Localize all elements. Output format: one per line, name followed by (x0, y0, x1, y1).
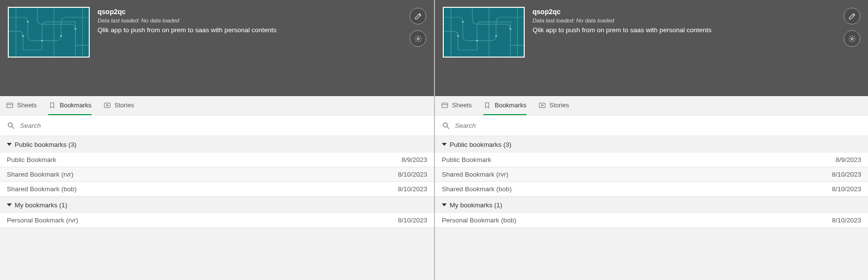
svg-point-0 (27, 21, 29, 23)
tab-stories-label: Stories (115, 101, 134, 109)
bookmark-icon (48, 101, 56, 109)
section-my-title: My bookmarks (1) (450, 201, 502, 209)
bookmark-row[interactable]: Shared Bookmark (bob) 8/10/2023 (0, 182, 434, 197)
bookmark-date: 8/10/2023 (832, 217, 861, 224)
tab-stories[interactable]: Stories (538, 96, 569, 115)
bookmark-name: Shared Bookmark (rvr) (7, 171, 74, 178)
bookmark-name: Public Bookmark (442, 156, 491, 163)
bookmark-name: Public Bookmark (7, 156, 56, 163)
bookmark-date: 8/10/2023 (398, 185, 427, 193)
tab-stories-label: Stories (550, 101, 569, 109)
tabs: Sheets Bookmarks Stories (0, 96, 434, 116)
section-my-bookmarks[interactable]: My bookmarks (1) (435, 197, 868, 213)
gear-icon (414, 35, 422, 43)
app-thumbnail (443, 7, 525, 58)
svg-point-1 (60, 35, 62, 37)
tab-sheets[interactable]: Sheets (441, 96, 472, 115)
bookmark-row[interactable]: Shared Bookmark (rvr) 8/10/2023 (0, 167, 434, 182)
tab-stories[interactable]: Stories (103, 96, 134, 115)
section-my-title: My bookmarks (1) (15, 201, 67, 209)
bookmark-row[interactable]: Personal Bookmark (rvr) 8/10/2023 (0, 213, 434, 228)
bookmark-name: Personal Bookmark (bob) (442, 217, 516, 224)
bookmark-date: 8/10/2023 (832, 185, 861, 193)
tab-bookmarks[interactable]: Bookmarks (48, 96, 91, 115)
caret-down-icon (7, 142, 12, 147)
svg-point-24 (443, 123, 448, 127)
bookmark-row[interactable]: Shared Bookmark (rvr) 8/10/2023 (435, 167, 868, 182)
pane-right: qsop2qc Data last loaded: No data loaded… (434, 0, 868, 280)
section-public-bookmarks[interactable]: Public bookmarks (3) (0, 136, 434, 153)
bookmark-date: 8/10/2023 (398, 217, 427, 224)
app-title: qsop2qc (533, 8, 836, 16)
bookmark-row[interactable]: Public Bookmark 8/9/2023 (0, 153, 434, 167)
svg-point-2 (41, 40, 43, 41)
app-description: Qlik app to push from on prem to saas wi… (533, 26, 836, 34)
data-loaded-status: Data last loaded: No data loaded (533, 18, 836, 23)
header-actions (844, 7, 860, 89)
tab-bookmarks-label: Bookmarks (494, 101, 526, 109)
data-loaded-status: Data last loaded: No data loaded (98, 18, 402, 23)
caret-down-icon (442, 142, 447, 147)
settings-button[interactable] (844, 30, 860, 47)
edit-button[interactable] (410, 8, 426, 24)
pencil-icon (414, 12, 422, 20)
bookmark-date: 8/10/2023 (832, 171, 861, 178)
section-my-bookmarks[interactable]: My bookmarks (1) (0, 197, 434, 213)
bookmark-row[interactable]: Shared Bookmark (bob) 8/10/2023 (435, 182, 868, 197)
app-header-text: qsop2qc Data last loaded: No data loaded… (533, 7, 836, 89)
gear-icon (848, 35, 856, 43)
section-public-title: Public bookmarks (3) (450, 141, 512, 148)
svg-rect-20 (442, 103, 448, 107)
bookmark-date: 8/10/2023 (398, 171, 427, 178)
svg-marker-13 (7, 203, 12, 206)
bookmark-date: 8/9/2023 (401, 156, 427, 163)
tab-sheets-label: Sheets (452, 101, 472, 109)
search-input[interactable] (20, 122, 427, 129)
tabs: Sheets Bookmarks Stories (435, 96, 868, 116)
search-icon (442, 121, 450, 130)
search-bar[interactable] (435, 116, 868, 136)
app-header-text: qsop2qc Data last loaded: No data loaded… (98, 7, 402, 89)
app-header: qsop2qc Data last loaded: No data loaded… (0, 0, 434, 96)
search-bar[interactable] (0, 116, 434, 136)
caret-down-icon (7, 202, 12, 207)
bookmark-name: Shared Bookmark (bob) (7, 185, 77, 193)
tab-bookmarks[interactable]: Bookmarks (483, 96, 526, 115)
section-public-bookmarks[interactable]: Public bookmarks (3) (435, 136, 868, 153)
svg-point-18 (457, 35, 459, 37)
svg-marker-23 (541, 104, 543, 106)
app-thumbnail (8, 7, 90, 58)
bookmark-date: 8/9/2023 (835, 156, 861, 163)
svg-point-3 (75, 28, 77, 30)
bookmark-row[interactable]: Personal Bookmark (bob) 8/10/2023 (435, 213, 868, 228)
svg-marker-27 (442, 203, 447, 206)
bookmark-row[interactable]: Public Bookmark 8/9/2023 (435, 153, 868, 167)
root: qsop2qc Data last loaded: No data loaded… (0, 0, 868, 280)
bookmark-name: Shared Bookmark (bob) (442, 185, 512, 193)
svg-point-19 (851, 38, 853, 40)
bookmark-icon (483, 101, 491, 109)
svg-line-11 (12, 127, 14, 129)
tab-sheets[interactable]: Sheets (6, 96, 37, 115)
tab-bookmarks-label: Bookmarks (59, 101, 91, 109)
svg-marker-26 (442, 143, 447, 146)
header-actions (410, 7, 426, 89)
app-description: Qlik app to push from on prem to saas wi… (98, 26, 402, 34)
bookmark-name: Shared Bookmark (rvr) (442, 171, 509, 178)
caret-down-icon (442, 202, 447, 207)
app-header: qsop2qc Data last loaded: No data loaded… (435, 0, 868, 96)
pane-left: qsop2qc Data last loaded: No data loaded… (0, 0, 434, 280)
search-input[interactable] (455, 122, 861, 129)
svg-point-16 (476, 40, 478, 41)
stories-icon (103, 101, 111, 109)
edit-button[interactable] (844, 8, 860, 24)
svg-point-10 (8, 123, 12, 127)
search-icon (7, 121, 15, 130)
svg-point-15 (495, 35, 497, 37)
tab-sheets-label: Sheets (17, 101, 37, 109)
sheets-icon (6, 101, 14, 109)
bookmark-name: Personal Bookmark (rvr) (7, 217, 78, 224)
stories-icon (538, 101, 546, 109)
section-public-title: Public bookmarks (3) (15, 141, 77, 148)
settings-button[interactable] (410, 30, 426, 47)
